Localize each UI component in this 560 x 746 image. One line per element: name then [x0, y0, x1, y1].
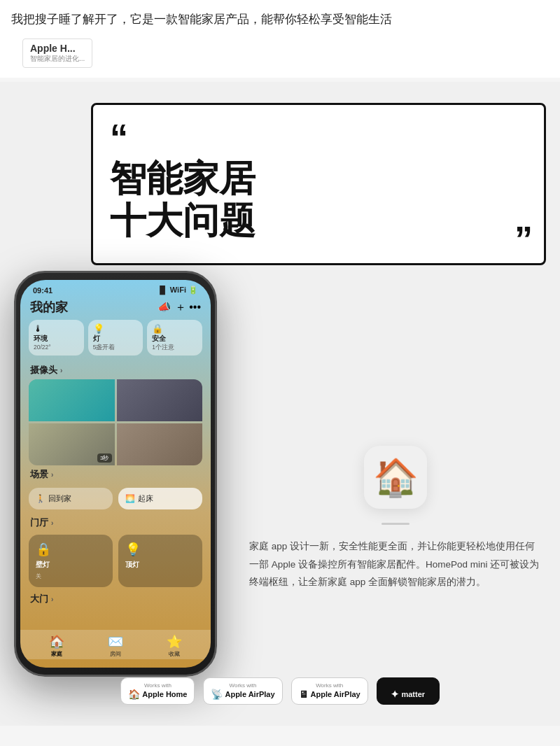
badge-apple-airplay-1: Works with 📡 Apple AirPlay — [203, 677, 282, 705]
intro-text: 我把搜子睡了解开了，它是一款智能家居产品，能帮你轻松享受智能生活 — [11, 13, 392, 26]
scene1-icon: 🚶 — [36, 494, 46, 503]
matter-badge-icon: ✦ — [391, 689, 399, 700]
status-tiles: 🌡 环境 20/22° 💡 灯 5盏开着 🔒 安全 1个注意 — [20, 320, 211, 361]
cam-cell-4 — [117, 423, 203, 465]
scene-btn-wakeup[interactable]: 🌅 起床 — [118, 488, 202, 509]
info-panel: 🏠 家庭 app 设计一新，安全性能更全面，并让你能更轻松地使用任何一部 App… — [245, 446, 546, 591]
cam-badge: 3秒 — [97, 453, 111, 463]
scene-btn-home[interactable]: 🚶 回到家 — [29, 488, 113, 509]
info-description: 家庭 app 设计一新，安全性能更全面，并让你能更轻松地使用任何一部 Apple… — [245, 537, 546, 591]
scene-row: 🚶 回到家 🌅 起床 — [29, 488, 202, 509]
badge-apple-home: Works with 🏠 Apple Home — [120, 677, 195, 705]
main-content: 智能家居 十大问题 09:41 ▐▌ WiFi 🔋 我的家 📣 ＋ ••• 🌡 … — [0, 82, 560, 726]
airplay-badge-icon-2: 🖥 — [299, 689, 309, 700]
nav-rooms[interactable]: ✉️ 房间 — [108, 634, 123, 658]
room-tile-light: 💡 顶灯 — [118, 535, 202, 587]
status-time: 09:41 — [33, 286, 52, 295]
cam-cell-1 — [29, 379, 115, 421]
banner-sub: 智能家居的进化... — [30, 54, 85, 64]
cameras-section-label: 摄像头 › — [20, 361, 211, 379]
scene2-label: 起床 — [138, 493, 153, 504]
cam-cell-2 — [117, 379, 203, 421]
room-tile-lock: 🔒 壁灯 关 — [29, 535, 113, 587]
intro-section: 我把搜子睡了解开了，它是一款智能家居产品，能帮你轻松享受智能生活 — [0, 0, 560, 36]
quote-title: 智能家居 十大问题 — [110, 158, 527, 242]
scene2-icon: 🌅 — [125, 494, 135, 503]
room-tiles: 🔒 壁灯 关 💡 顶灯 — [29, 535, 202, 587]
status-tile-light: 💡 灯 5盏开着 — [88, 320, 144, 356]
status-tile-env: 🌡 环境 20/22° — [29, 320, 84, 356]
header-icons: 📣 ＋ ••• — [158, 300, 201, 315]
phone-screen: 09:41 ▐▌ WiFi 🔋 我的家 📣 ＋ ••• 🌡 环境 20/22° … — [20, 280, 211, 668]
badge-matter: ✦ matter — [377, 677, 440, 705]
footer-badges: Works with 🏠 Apple Home Works with 📡 App… — [0, 677, 560, 705]
quote-box: 智能家居 十大问题 — [91, 103, 546, 265]
scene1-label: 回到家 — [48, 493, 71, 504]
status-icons: ▐▌ WiFi 🔋 — [157, 286, 198, 295]
home-badge-icon: 🏠 — [128, 689, 140, 700]
nav-home[interactable]: 🏠 家庭 — [49, 634, 64, 658]
home-icon-circle: 🏠 — [364, 446, 427, 509]
phone-header: 我的家 📣 ＋ ••• — [20, 297, 211, 320]
status-bar: 09:41 ▐▌ WiFi 🔋 — [20, 280, 211, 297]
phone-nav: 🏠 家庭 ✉️ 房间 ⭐ 收藏 — [20, 630, 211, 659]
airplay-badge-icon-1: 📡 — [211, 689, 223, 700]
home-emoji: 🏠 — [373, 456, 419, 499]
status-tile-security: 🔒 安全 1个注意 — [147, 320, 202, 356]
apple-home-banner: Apple H... 智能家居的进化... — [22, 38, 92, 68]
room-section-label: 门厅 › — [20, 514, 211, 532]
cam-cell-3: 3秒 — [29, 423, 115, 465]
divider — [382, 523, 410, 525]
scenes-section-label: 场景 › — [20, 465, 211, 484]
camera-grid: 3秒 — [29, 379, 202, 465]
nav-favorites[interactable]: ⭐ 收藏 — [167, 634, 182, 658]
phone-mockup: 09:41 ▐▌ WiFi 🔋 我的家 📣 ＋ ••• 🌡 环境 20/22° … — [14, 271, 217, 677]
badge-apple-airplay-2: Works with 🖥 Apple AirPlay — [291, 677, 368, 705]
home-title: 我的家 — [30, 299, 68, 316]
door-section-label: 大门 › — [20, 590, 211, 608]
banner-title: Apple H... — [30, 43, 85, 54]
